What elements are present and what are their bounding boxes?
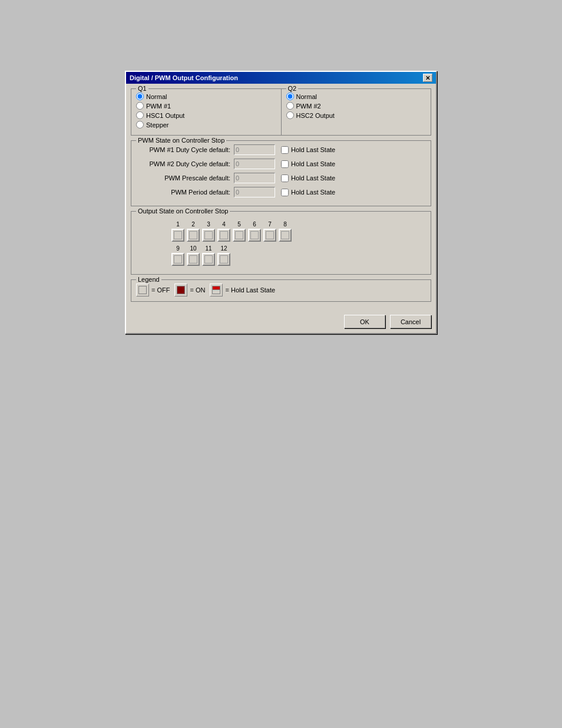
output-btn-6[interactable] xyxy=(248,229,261,242)
output-item-1: 1 xyxy=(171,221,184,242)
pwm-duty1-checkbox-area: Hold Last State xyxy=(281,146,335,154)
output-num-7: 7 xyxy=(268,221,272,228)
output-btn-11[interactable] xyxy=(202,253,215,266)
output-num-1: 1 xyxy=(176,221,180,228)
output-num-8: 8 xyxy=(283,221,287,228)
pwm-prescale-checkbox-label: Hold Last State xyxy=(291,174,335,182)
q2-pwm2-row: PWM #2 xyxy=(286,102,425,110)
q2-normal-radio[interactable] xyxy=(286,93,294,100)
output-btn-8[interactable] xyxy=(279,229,292,242)
output-btn-4[interactable] xyxy=(217,229,230,242)
output-btn-5[interactable] xyxy=(233,229,246,242)
legend-on-btn xyxy=(174,284,187,297)
q1-hsc1-radio[interactable] xyxy=(136,111,144,119)
pwm-prescale-checkbox[interactable] xyxy=(281,174,289,182)
legend-off-label: = OFF xyxy=(151,286,170,294)
q2-pwm2-label: PWM #2 xyxy=(296,103,321,110)
legend-on-item: = ON xyxy=(174,284,205,297)
cancel-button[interactable]: Cancel xyxy=(390,315,431,328)
q2-box: Q2 Normal PWM #2 HSC2 Output xyxy=(281,88,432,136)
output-num-2: 2 xyxy=(191,221,195,228)
q2-legend: Q2 xyxy=(286,85,299,92)
output-btn-2[interactable] xyxy=(187,229,200,242)
output-num-9: 9 xyxy=(176,245,180,252)
q2-pwm2-radio[interactable] xyxy=(286,102,294,110)
pwm-duty1-checkbox[interactable] xyxy=(281,146,289,154)
q1-normal-label: Normal xyxy=(146,93,167,100)
q1-pwm1-row: PWM #1 xyxy=(136,102,275,110)
output-btn-1[interactable] xyxy=(171,229,184,242)
pwm-duty1-checkbox-label: Hold Last State xyxy=(291,146,335,153)
pwm-group-box: PWM State on Controller Stop PWM #1 Duty… xyxy=(131,140,431,206)
q1-pwm1-radio[interactable] xyxy=(136,102,144,110)
pwm-prescale-input[interactable] xyxy=(234,173,275,183)
output-num-11: 11 xyxy=(205,245,211,252)
q1-pwm1-label: PWM #1 xyxy=(146,103,171,110)
q2-normal-label: Normal xyxy=(296,93,317,100)
q-section: Q1 Normal PWM #1 HSC1 Output Stepper xyxy=(131,88,431,136)
dialog-body: Q1 Normal PWM #1 HSC1 Output Stepper xyxy=(126,84,436,311)
pwm-duty2-input[interactable] xyxy=(234,159,275,169)
pwm-period-input[interactable] xyxy=(234,187,275,197)
dialog-title: Digital / PWM Output Configuration xyxy=(130,74,238,81)
legend-on-btn-face xyxy=(177,286,185,294)
pwm-period-checkbox-label: Hold Last State xyxy=(291,189,335,196)
legend-on-label: = ON xyxy=(190,286,205,294)
output-item-10: 10 xyxy=(187,245,200,266)
legend-off-btn xyxy=(136,284,149,297)
pwm-prescale-label: PWM Prescale default: xyxy=(136,174,230,182)
pwm-period-checkbox-area: Hold Last State xyxy=(281,189,335,196)
legend-hold-item: = Hold Last State xyxy=(210,284,275,297)
output-item-3: 3 xyxy=(202,221,215,242)
legend-hold-label: = Hold Last State xyxy=(225,286,275,294)
output-item-5: 5 xyxy=(233,221,246,242)
q1-stepper-row: Stepper xyxy=(136,121,275,129)
q1-normal-radio[interactable] xyxy=(136,93,144,100)
output-item-12: 12 xyxy=(217,245,230,266)
output-item-11: 11 xyxy=(202,245,215,266)
output-btn-12[interactable] xyxy=(217,253,230,266)
output-row-2: 9 10 11 12 xyxy=(171,245,426,266)
pwm-legend: PWM State on Controller Stop xyxy=(136,137,226,144)
output-item-4: 4 xyxy=(217,221,230,242)
pwm-period-checkbox[interactable] xyxy=(281,189,289,196)
legend-hold-btn-face xyxy=(212,286,220,294)
output-grid: 1 2 3 4 5 xyxy=(136,215,426,266)
output-btn-10[interactable] xyxy=(187,253,200,266)
legend-title: Legend xyxy=(136,276,161,283)
legend-hold-btn xyxy=(210,284,223,297)
output-btn-7[interactable] xyxy=(263,229,276,242)
q1-box: Q1 Normal PWM #1 HSC1 Output Stepper xyxy=(131,88,282,136)
pwm-duty2-row: PWM #2 Duty Cycle default: Hold Last Sta… xyxy=(136,159,426,169)
output-btn-9[interactable] xyxy=(171,253,184,266)
q1-stepper-label: Stepper xyxy=(146,121,169,129)
legend-group-box: Legend = OFF = ON xyxy=(131,279,431,302)
output-item-7: 7 xyxy=(263,221,276,242)
legend-off-btn-face xyxy=(138,286,147,294)
pwm-duty2-checkbox[interactable] xyxy=(281,160,289,168)
dialog-footer: OK Cancel xyxy=(126,311,436,333)
output-row-1: 1 2 3 4 5 xyxy=(171,221,426,242)
output-num-10: 10 xyxy=(190,245,196,252)
q1-hsc1-label: HSC1 Output xyxy=(146,112,184,119)
pwm-duty2-label: PWM #2 Duty Cycle default: xyxy=(136,160,230,167)
pwm-period-label: PWM Period default: xyxy=(136,189,230,196)
q2-hsc2-label: HSC2 Output xyxy=(296,112,335,119)
pwm-period-row: PWM Period default: Hold Last State xyxy=(136,187,426,197)
pwm-duty1-input[interactable] xyxy=(234,144,275,155)
output-num-3: 3 xyxy=(207,221,210,228)
legend-off-item: = OFF xyxy=(136,284,170,297)
pwm-duty1-label: PWM #1 Duty Cycle default: xyxy=(136,146,230,153)
output-group-box: Output State on Controller Stop 1 2 3 xyxy=(131,211,431,275)
output-item-2: 2 xyxy=(187,221,200,242)
output-item-6: 6 xyxy=(248,221,261,242)
close-button[interactable]: ✕ xyxy=(423,74,432,82)
q1-stepper-radio[interactable] xyxy=(136,121,144,129)
pwm-duty1-row: PWM #1 Duty Cycle default: Hold Last Sta… xyxy=(136,144,426,155)
pwm-prescale-checkbox-area: Hold Last State xyxy=(281,174,335,182)
q2-normal-row: Normal xyxy=(286,93,425,100)
output-btn-3[interactable] xyxy=(202,229,215,242)
pwm-duty2-checkbox-label: Hold Last State xyxy=(291,160,335,167)
ok-button[interactable]: OK xyxy=(344,315,385,328)
q2-hsc2-radio[interactable] xyxy=(286,111,294,119)
